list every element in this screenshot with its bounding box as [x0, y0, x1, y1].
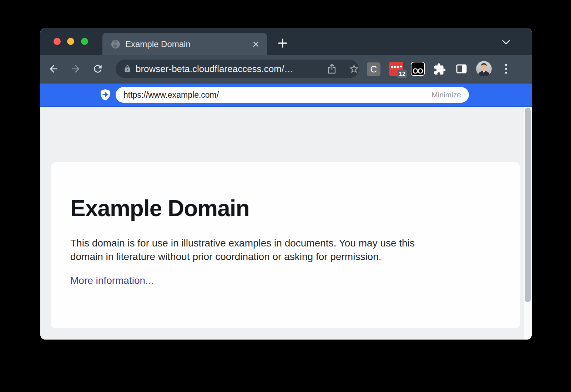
more-information-link[interactable]: More information... [70, 275, 153, 286]
navigation-toolbar: browser-beta.cloudflareaccess.com/… C [40, 55, 532, 83]
bookmark-star-icon[interactable] [348, 63, 360, 74]
reload-icon[interactable] [92, 63, 103, 75]
body-line-2: domain in literature without prior coord… [70, 250, 484, 264]
tab-strip: Example Domain [40, 28, 532, 55]
extension-badge: 12 [398, 70, 407, 78]
close-window-button[interactable] [54, 38, 61, 45]
globe-favicon-icon [111, 40, 120, 49]
tab-example-domain[interactable]: Example Domain [102, 33, 267, 55]
body-line-1: This domain is for use in illustrative e… [70, 236, 484, 250]
forward-arrow-icon[interactable] [70, 63, 81, 75]
extension-c-icon[interactable]: C [367, 62, 380, 76]
address-bar[interactable]: browser-beta.cloudflareaccess.com/… [116, 60, 359, 78]
minimize-window-button[interactable] [67, 38, 74, 45]
content-card: Example Domain This domain is for use in… [51, 162, 520, 328]
minimize-button[interactable]: Minimize [431, 87, 461, 103]
zoom-window-button[interactable] [81, 38, 88, 45]
browser-window: Example Domain [40, 28, 532, 340]
isolation-url-bar: https://www.example.com/ Minimize [40, 83, 532, 107]
back-arrow-icon[interactable] [48, 63, 59, 75]
chevron-down-icon[interactable] [501, 39, 511, 46]
isolated-address-input[interactable]: https://www.example.com/ Minimize [116, 87, 469, 103]
page-title: Example Domain [70, 195, 499, 222]
page-body-text: This domain is for use in illustrative e… [70, 236, 484, 264]
lock-icon[interactable] [123, 65, 131, 73]
puzzle-icon[interactable] [433, 63, 446, 76]
new-tab-button[interactable] [277, 38, 288, 49]
tab-title: Example Domain [125, 39, 252, 49]
extension-oo-icon[interactable] [411, 62, 425, 76]
kebab-menu-icon[interactable] [504, 63, 508, 75]
profile-avatar[interactable] [476, 61, 492, 77]
address-bar-url: browser-beta.cloudflareaccess.com/… [136, 60, 293, 78]
share-icon[interactable] [327, 63, 337, 74]
page-viewport: Example Domain This domain is for use in… [40, 107, 532, 340]
extension-red-dots-icon[interactable]: 12 [389, 62, 403, 76]
side-panel-icon[interactable] [455, 63, 468, 75]
isolated-url-text: https://www.example.com/ [123, 87, 219, 103]
scrollbar-track[interactable] [524, 107, 532, 340]
shield-arrow-icon [100, 89, 111, 101]
tab-close-icon[interactable] [252, 40, 260, 48]
scrollbar-thumb[interactable] [525, 108, 531, 302]
